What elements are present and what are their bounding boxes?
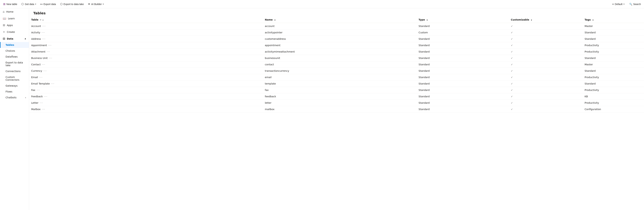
- table-row[interactable]: Currency···transactioncurrencyStandard✓S…: [29, 68, 644, 74]
- row-type: Standard: [416, 106, 509, 112]
- row-table-name: Address: [31, 37, 41, 40]
- sidebar-item-create[interactable]: + Create: [0, 28, 29, 35]
- export-to-data-lake-button[interactable]: ⬡ Export to data lake: [58, 2, 86, 6]
- row-table-name: Letter: [31, 102, 38, 104]
- row-tags: Configuration: [582, 106, 644, 112]
- sidebar-item-choices[interactable]: Choices: [0, 48, 29, 54]
- row-more-options-icon[interactable]: ···: [46, 50, 52, 54]
- row-customizable: ✓: [509, 81, 583, 87]
- export-data-button[interactable]: ↦ Export data: [38, 2, 58, 6]
- default-button[interactable]: ≡ Default ▾: [610, 2, 626, 6]
- row-customizable: ✓: [509, 74, 583, 81]
- row-type: Standard: [416, 68, 509, 74]
- row-table-name: Feedback: [31, 95, 43, 98]
- table-row[interactable]: Activity···activitypointerCustom✓Standar…: [29, 29, 644, 36]
- col-header-name[interactable]: Name ∨: [263, 17, 416, 23]
- row-tags: Productivity: [582, 87, 644, 93]
- check-icon: ✓: [511, 108, 513, 111]
- row-table-name: Fax: [31, 89, 35, 92]
- table-row[interactable]: Address···customeraddressStandard✓Standa…: [29, 36, 644, 42]
- tags-chevron-icon[interactable]: ∨: [592, 19, 594, 21]
- chatbots-chevron-icon: ∨: [25, 97, 26, 99]
- row-customizable: ✓: [509, 106, 583, 112]
- table-row[interactable]: Attachment···activitymimeattachmentStand…: [29, 49, 644, 55]
- row-table-name: Contact: [31, 63, 40, 66]
- row-more-options-icon[interactable]: ···: [35, 88, 42, 92]
- new-table-button[interactable]: ⊞ New table: [2, 2, 19, 6]
- sidebar-item-flows[interactable]: Flows: [0, 89, 29, 95]
- row-more-options-icon[interactable]: ···: [41, 37, 47, 41]
- row-customizable: ✓: [509, 55, 583, 61]
- get-data-label: Get data: [25, 3, 34, 5]
- default-chevron-icon: ▾: [624, 3, 624, 5]
- col-header-tags[interactable]: Tags ∨: [582, 17, 644, 23]
- sidebar-item-apps[interactable]: ⊞ Apps: [0, 22, 29, 28]
- sidebar-item-gateways[interactable]: Gateways: [0, 83, 29, 89]
- check-icon: ✓: [511, 102, 513, 104]
- col-tags-label: Tags: [584, 18, 591, 21]
- customizable-chevron-icon[interactable]: ∨: [531, 19, 532, 21]
- col-header-type[interactable]: Type ∨: [416, 17, 509, 23]
- row-more-options-icon[interactable]: ···: [42, 69, 48, 73]
- table-row[interactable]: Mailbox···mailboxStandard✓Configuration: [29, 106, 644, 112]
- sidebar: ⌂ Home 📖 Learn ⊞ Apps + Create ⊟ Data ∧ …: [0, 8, 29, 210]
- export-lake-icon: ⬡: [60, 2, 62, 6]
- row-more-options-icon[interactable]: ···: [43, 94, 49, 99]
- sidebar-item-home[interactable]: ⌂ Home: [0, 8, 29, 15]
- sidebar-item-home-label: Home: [6, 10, 13, 13]
- sidebar-item-learn[interactable]: 📖 Learn: [0, 15, 29, 22]
- row-more-options-icon[interactable]: ···: [48, 56, 54, 60]
- sidebar-item-export-lake[interactable]: Export to data lake: [0, 60, 29, 68]
- row-more-options-icon[interactable]: ···: [50, 82, 56, 86]
- row-tags: Standard: [582, 36, 644, 42]
- row-customizable: ✓: [509, 23, 583, 29]
- table-row[interactable]: Email···emailStandard✓Productivity: [29, 74, 644, 81]
- export-to-data-lake-label: Export to data lake: [64, 3, 84, 5]
- sidebar-item-dataflows[interactable]: Dataflows: [0, 54, 29, 60]
- row-customizable: ✓: [509, 36, 583, 42]
- sidebar-item-custom-connectors-label: Custom Connectors: [6, 76, 26, 81]
- ai-builder-button[interactable]: ✦ AI Builder ▾: [86, 2, 106, 6]
- row-more-options-icon[interactable]: ···: [38, 75, 44, 79]
- search-button[interactable]: 🔍 Search: [628, 2, 642, 6]
- col-header-customizable[interactable]: Customizable ∨: [509, 17, 583, 23]
- default-label: Default: [615, 3, 622, 5]
- table-row[interactable]: Letter···letterStandard✓Productivity: [29, 100, 644, 106]
- get-data-button[interactable]: ⬡ Get data ▾: [20, 2, 38, 6]
- sidebar-item-learn-label: Learn: [8, 17, 15, 20]
- row-name: feedback: [263, 93, 416, 100]
- table-row[interactable]: Account···accountStandard✓Master: [29, 23, 644, 29]
- type-chevron-icon[interactable]: ∨: [426, 19, 428, 21]
- sidebar-item-chatbots[interactable]: Chatbots ∨: [0, 95, 29, 101]
- new-table-label: New table: [6, 3, 17, 5]
- table-row[interactable]: Business Unit···businessunitStandard✓Sta…: [29, 55, 644, 61]
- page-title: Tables: [33, 11, 640, 15]
- row-name: activitypointer: [263, 29, 416, 36]
- check-icon: ✓: [511, 31, 513, 34]
- sidebar-item-tables[interactable]: Tables: [0, 42, 29, 48]
- table-sort-down-icon[interactable]: ↓: [42, 19, 44, 21]
- row-more-options-icon[interactable]: ···: [40, 62, 47, 67]
- row-more-options-icon[interactable]: ···: [38, 101, 44, 105]
- table-row[interactable]: Appointment···appointmentStandard✓Produc…: [29, 42, 644, 49]
- table-row[interactable]: Fax···faxStandard✓Productivity: [29, 87, 644, 93]
- sidebar-item-connections[interactable]: Connections: [0, 68, 29, 74]
- row-more-options-icon[interactable]: ···: [47, 43, 53, 47]
- row-tags: KB: [582, 93, 644, 100]
- row-name: letter: [263, 100, 416, 106]
- table-sort-up-icon[interactable]: ↑: [40, 19, 41, 21]
- sidebar-group-data[interactable]: ⊟ Data ∧: [0, 35, 29, 42]
- col-header-table[interactable]: Table ↑ ↓: [29, 17, 263, 23]
- row-table-name: Attachment: [31, 50, 46, 53]
- row-type: Standard: [416, 87, 509, 93]
- row-more-options-icon[interactable]: ···: [40, 30, 46, 35]
- table-row[interactable]: Contact···contactStandard✓Master: [29, 61, 644, 68]
- get-data-chevron-icon: ▾: [35, 3, 36, 5]
- table-row[interactable]: Feedback···feedbackStandard✓KB: [29, 93, 644, 100]
- row-more-options-icon[interactable]: ···: [41, 24, 47, 28]
- row-more-options-icon[interactable]: ···: [40, 107, 47, 111]
- table-row[interactable]: Email Template···templateStandard✓Standa…: [29, 81, 644, 87]
- name-chevron-icon[interactable]: ∨: [274, 19, 276, 21]
- sidebar-item-connections-label: Connections: [6, 70, 21, 73]
- sidebar-item-custom-connectors[interactable]: Custom Connectors: [0, 74, 29, 83]
